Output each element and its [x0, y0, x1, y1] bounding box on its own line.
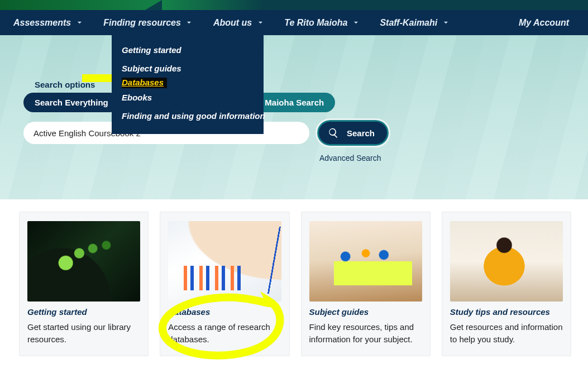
main-nav: Assessments Finding resources About us T…: [0, 10, 588, 35]
card-description: Find key resources, tips and information…: [309, 321, 422, 346]
search-tabs: Search Everything Catalogue Search Te Ri…: [23, 93, 588, 112]
nav-label: Finding resources: [103, 18, 181, 28]
chevron-down-icon: [443, 20, 448, 26]
nav-item-te-rito-maioha[interactable]: Te Rito Maioha: [276, 18, 366, 28]
nav-item-my-account[interactable]: My Account: [511, 18, 577, 28]
nav-label: About us: [213, 18, 252, 28]
card-thumbnail: [27, 221, 140, 302]
chevron-down-icon: [353, 20, 358, 26]
nav-label: My Account: [519, 18, 569, 28]
card-getting-started[interactable]: Getting started Get started using our li…: [19, 212, 149, 356]
nav-item-staff-kaimahi[interactable]: Staff-Kaimahi: [372, 18, 456, 28]
chevron-down-icon: [187, 20, 192, 26]
dropdown-item-databases[interactable]: Databases: [122, 78, 167, 88]
nav-label: Staff-Kaimahi: [380, 18, 437, 28]
nav-item-about-us[interactable]: About us: [205, 18, 271, 28]
card-title: Subject guides: [309, 307, 422, 317]
card-title: Study tips and resources: [450, 307, 563, 317]
card-subject-guides[interactable]: Subject guides Find key resources, tips …: [301, 212, 431, 356]
card-study-tips[interactable]: Study tips and resources Get resources a…: [442, 212, 571, 356]
card-description: Get resources and information to help yo…: [450, 321, 563, 346]
dropdown-item-finding-good-info[interactable]: Finding and using good information: [112, 107, 264, 125]
hero: Search options Search Everything Catalog…: [0, 35, 588, 199]
card-databases[interactable]: Databases Access a range of research dat…: [160, 212, 289, 356]
card-thumbnail: [450, 221, 563, 302]
brand-top-stripe: [0, 0, 588, 10]
advanced-search-link[interactable]: Advanced Search: [319, 154, 588, 162]
nav-item-assessments[interactable]: Assessments: [6, 18, 90, 28]
feature-cards: Getting started Get started using our li…: [0, 199, 588, 369]
card-thumbnail: [168, 221, 281, 302]
search-button-label: Search: [347, 128, 375, 138]
dropdown-item-getting-started[interactable]: Getting started: [112, 41, 264, 59]
dropdown-item-ebooks[interactable]: Ebooks: [112, 88, 264, 107]
card-description: Get started using our library resources.: [27, 321, 140, 346]
chevron-down-icon: [77, 20, 82, 26]
search-icon: [328, 127, 339, 138]
nav-label: Te Rito Maioha: [284, 18, 347, 28]
card-title: Databases: [168, 307, 281, 317]
card-title: Getting started: [27, 307, 140, 317]
card-description: Access a range of research databases.: [168, 321, 281, 346]
nav-label: Assessments: [13, 18, 71, 28]
nav-item-finding-resources[interactable]: Finding resources: [95, 18, 200, 28]
tab-search-everything[interactable]: Search Everything: [23, 93, 119, 112]
chevron-down-icon: [257, 20, 263, 26]
dropdown-item-subject-guides[interactable]: Subject guides: [112, 59, 264, 78]
search-button[interactable]: Search: [317, 120, 389, 146]
search-row: Search: [23, 120, 588, 146]
nav-dropdown-finding-resources: Getting started Subject guides Databases…: [112, 35, 264, 134]
card-thumbnail: [309, 221, 422, 302]
